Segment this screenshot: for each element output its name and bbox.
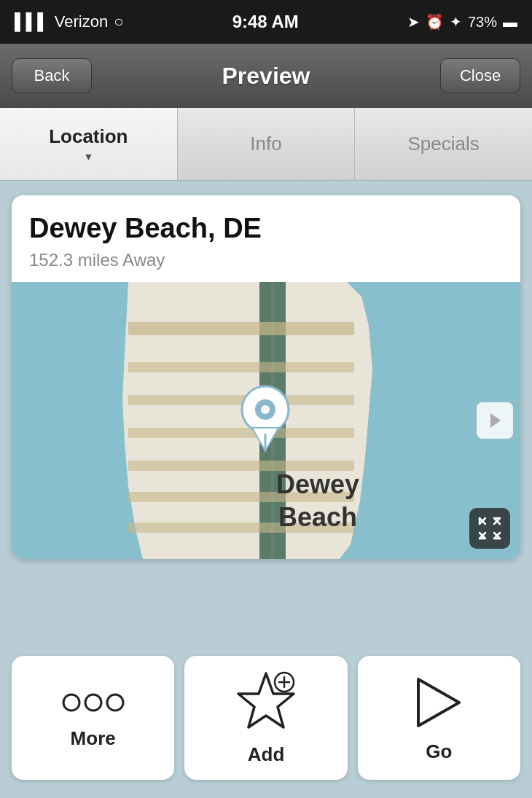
- status-time: 9:48 AM: [232, 12, 299, 32]
- tab-specials-label: Specials: [408, 133, 480, 155]
- svg-rect-4: [128, 322, 354, 335]
- tab-location-label: Location: [49, 125, 128, 148]
- svg-point-24: [85, 695, 101, 711]
- content-area: Dewey Beach, DE 152.3 miles Away: [0, 181, 532, 645]
- svg-rect-6: [128, 395, 354, 405]
- bluetooth-icon: ✦: [450, 13, 462, 31]
- signal-icon: ▌▌▌: [15, 12, 49, 31]
- svg-rect-5: [128, 362, 354, 372]
- map-expand-button[interactable]: [469, 508, 510, 549]
- more-icon: [60, 686, 126, 719]
- status-bar: ▌▌▌ Verizon ○ 9:48 AM ➤ ⏰ ✦ 73% ▬: [0, 0, 532, 44]
- map-area[interactable]: Dewey Beach: [12, 282, 520, 559]
- map-navigate-button[interactable]: [477, 402, 513, 439]
- svg-point-25: [107, 695, 123, 711]
- go-button[interactable]: Go: [358, 656, 520, 780]
- close-button[interactable]: Close: [440, 58, 520, 93]
- svg-rect-7: [128, 428, 354, 438]
- status-carrier-area: ▌▌▌ Verizon ○: [15, 12, 123, 31]
- map-svg: Dewey Beach: [12, 282, 520, 559]
- chevron-right-icon: [485, 410, 505, 431]
- tab-info[interactable]: Info: [178, 108, 356, 180]
- svg-text:Dewey: Dewey: [276, 469, 359, 499]
- tab-location[interactable]: Location ▼: [0, 108, 178, 180]
- place-name: Dewey Beach, DE: [29, 213, 503, 244]
- more-button[interactable]: More: [12, 656, 174, 780]
- expand-icon: [477, 515, 503, 541]
- more-label: More: [71, 727, 116, 750]
- go-label: Go: [426, 740, 452, 763]
- svg-marker-18: [490, 413, 501, 428]
- place-distance: 152.3 miles Away: [29, 250, 503, 270]
- battery-icon: ▬: [503, 14, 517, 31]
- chevron-down-icon: ▼: [83, 151, 93, 163]
- add-icon: [237, 670, 295, 735]
- go-icon: [410, 673, 468, 732]
- svg-point-23: [63, 695, 79, 711]
- tab-specials[interactable]: Specials: [355, 108, 532, 180]
- location-card: Dewey Beach, DE 152.3 miles Away: [12, 195, 520, 559]
- navigation-icon: ➤: [407, 13, 420, 31]
- alarm-icon: ⏰: [426, 13, 444, 31]
- carrier-label: Verizon: [55, 12, 108, 31]
- battery-label: 73%: [468, 14, 497, 31]
- add-label: Add: [248, 743, 285, 766]
- nav-title: Preview: [222, 63, 310, 90]
- svg-text:Beach: Beach: [278, 502, 357, 532]
- card-header: Dewey Beach, DE 152.3 miles Away: [12, 195, 520, 282]
- action-bar: More Add Go: [0, 645, 532, 798]
- status-icons-area: ➤ ⏰ ✦ 73% ▬: [407, 13, 517, 31]
- back-button[interactable]: Back: [12, 58, 92, 93]
- tab-info-label: Info: [250, 133, 281, 155]
- tab-bar: Location ▼ Info Specials: [0, 108, 532, 181]
- nav-bar: Back Preview Close: [0, 44, 532, 108]
- network-icon: ○: [114, 12, 123, 31]
- svg-marker-30: [418, 679, 459, 726]
- svg-point-15: [261, 405, 270, 414]
- add-button[interactable]: Add: [184, 656, 347, 780]
